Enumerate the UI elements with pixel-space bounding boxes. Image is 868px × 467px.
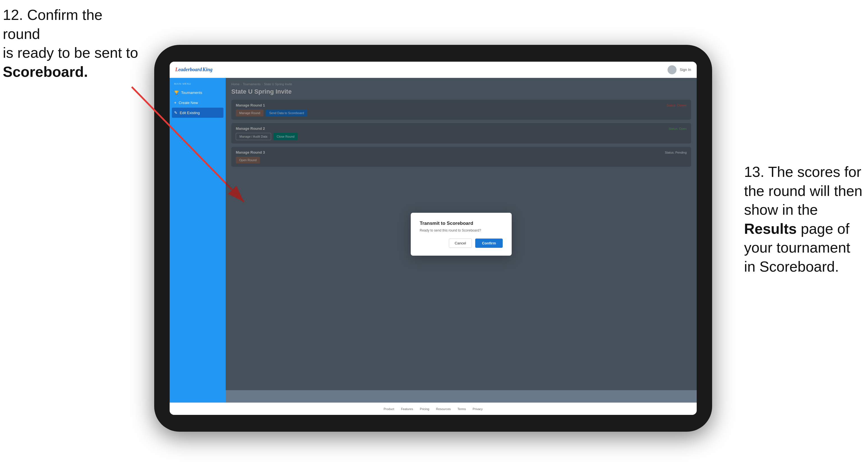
sidebar-tournaments-label: Tournaments bbox=[181, 91, 202, 95]
tablet-shell: Leaderboard King Sign In MAIN MENU 🏆 Tou… bbox=[154, 45, 712, 432]
sign-in-button[interactable]: Sign In bbox=[680, 67, 691, 72]
sidebar-create-label: Create New bbox=[179, 101, 198, 105]
modal-subtitle: Ready to send this round to Scoreboard? bbox=[420, 228, 503, 232]
modal-title: Transmit to Scoreboard bbox=[420, 221, 503, 226]
modal-overlay: Transmit to Scoreboard Ready to send thi… bbox=[226, 78, 697, 390]
sidebar: MAIN MENU 🏆 Tournaments + Create New ✎ E… bbox=[169, 78, 226, 403]
sidebar-edit-label: Edit Existing bbox=[180, 111, 200, 115]
main-area: MAIN MENU 🏆 Tournaments + Create New ✎ E… bbox=[169, 78, 697, 403]
annotation-r5: your tournament bbox=[744, 239, 850, 256]
annotation-r3: show in the bbox=[744, 201, 818, 218]
content-area: Home › Tournaments › State U Spring Invi… bbox=[226, 78, 697, 403]
sidebar-item-edit-existing[interactable]: ✎ Edit Existing bbox=[172, 107, 223, 118]
footer-link-features[interactable]: Features bbox=[401, 407, 413, 411]
footer-link-resources[interactable]: Resources bbox=[436, 407, 451, 411]
footer-link-terms[interactable]: Terms bbox=[458, 407, 466, 411]
annotation-right: 13. The scores for the round will then s… bbox=[744, 163, 862, 276]
plus-icon: + bbox=[174, 100, 176, 105]
logo-wrapper: Leaderboard King bbox=[175, 67, 213, 72]
logo-area: Leaderboard King bbox=[175, 67, 213, 72]
logo-king: King bbox=[203, 67, 213, 72]
tablet-screen: Leaderboard King Sign In MAIN MENU 🏆 Tou… bbox=[169, 62, 697, 415]
trophy-icon: 🏆 bbox=[174, 90, 179, 95]
footer: Product Features Pricing Resources Terms… bbox=[169, 403, 697, 415]
annotation-r2: the round will then bbox=[744, 183, 862, 199]
edit-icon: ✎ bbox=[174, 111, 178, 115]
annotation-line2: is ready to be sent to bbox=[3, 44, 138, 61]
logo-l: L bbox=[175, 67, 178, 72]
modal-confirm-button[interactable]: Confirm bbox=[475, 239, 503, 248]
logo-leaderboard: Leaderboard bbox=[175, 67, 202, 72]
modal-actions: Cancel Confirm bbox=[420, 239, 503, 248]
annotation-r1: 13. The scores for bbox=[744, 164, 861, 180]
modal-dialog: Transmit to Scoreboard Ready to send thi… bbox=[411, 213, 512, 256]
footer-link-privacy[interactable]: Privacy bbox=[473, 407, 483, 411]
avatar bbox=[668, 65, 677, 74]
modal-cancel-button[interactable]: Cancel bbox=[449, 239, 472, 248]
annotation-top: 12. Confirm the round is ready to be sen… bbox=[3, 6, 143, 81]
sidebar-section-label: MAIN MENU bbox=[169, 83, 226, 88]
annotation-line1: 12. Confirm the round bbox=[3, 7, 103, 42]
nav-right: Sign In bbox=[668, 65, 691, 74]
sidebar-item-create-new[interactable]: + Create New bbox=[169, 98, 226, 107]
annotation-r4-rest: page of bbox=[797, 221, 849, 237]
annotation-r4-bold: Results bbox=[744, 221, 797, 237]
sidebar-item-tournaments[interactable]: 🏆 Tournaments bbox=[169, 88, 226, 98]
annotation-line3: Scoreboard. bbox=[3, 64, 88, 80]
footer-link-product[interactable]: Product bbox=[383, 407, 394, 411]
top-navbar: Leaderboard King Sign In bbox=[169, 62, 697, 78]
annotation-r6: in Scoreboard. bbox=[744, 258, 839, 275]
footer-link-pricing[interactable]: Pricing bbox=[420, 407, 430, 411]
